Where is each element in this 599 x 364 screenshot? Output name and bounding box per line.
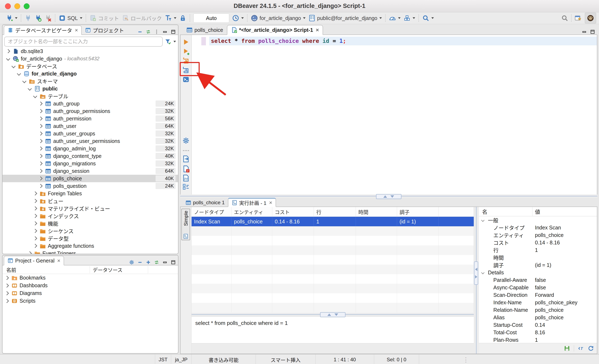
parameters-icon[interactable]: {x} (182, 174, 190, 182)
tree-row[interactable]: スキーマ (2, 77, 178, 85)
chevron-down-icon[interactable] (17, 71, 21, 76)
chevron-right-icon[interactable] (6, 49, 10, 53)
tree-row[interactable]: 機能 (2, 220, 178, 227)
tree-row[interactable]: django_migrations32K (2, 160, 178, 167)
project-row[interactable]: Diagrams (2, 289, 178, 297)
column-value[interactable]: 値 (532, 208, 597, 215)
refresh-icon[interactable] (588, 345, 594, 352)
arrow-up-icon[interactable] (327, 313, 331, 316)
minimize-view-icon[interactable] (162, 29, 168, 35)
chevron-right-icon[interactable] (5, 291, 9, 295)
column-name[interactable]: 名前 (2, 266, 90, 273)
chevron-down-icon[interactable] (33, 94, 37, 98)
minimize-view-icon[interactable] (162, 260, 168, 265)
splitter-handle[interactable] (320, 312, 345, 317)
property-row[interactable]: Index-Namepolls_choice_pkey (479, 299, 597, 306)
property-row[interactable]: エンティティpolls_choice (479, 231, 597, 239)
view-menu-icon[interactable] (154, 29, 159, 35)
object-filter-input[interactable] (4, 37, 163, 47)
chevron-down-icon[interactable] (6, 57, 10, 61)
arrow-left-icon[interactable] (475, 268, 477, 271)
transaction-lock-button[interactable] (179, 15, 186, 22)
tab-project-general[interactable]: Project - General × (4, 256, 64, 266)
arrow-up-icon[interactable] (383, 195, 387, 198)
tab-execution-plan[interactable]: 実行計画 - 1 × (228, 198, 276, 207)
arrow-down-icon[interactable] (335, 313, 338, 316)
plan-column-header[interactable]: 行 (314, 207, 356, 217)
simple-view-tab[interactable]: Simple (181, 209, 190, 240)
tree-row[interactable]: データベース (2, 62, 178, 70)
script-error-icon[interactable]: ! (182, 165, 190, 173)
tree-row[interactable]: auth_user_groups32K (2, 130, 178, 137)
gear-icon[interactable] (129, 260, 134, 265)
tree-row[interactable]: auth_group24K (2, 100, 178, 107)
chevron-right-icon[interactable] (38, 109, 43, 113)
chevron-right-icon[interactable] (38, 184, 43, 188)
tree-row[interactable]: polls_question24K (2, 182, 178, 190)
chevron-down-icon[interactable] (28, 87, 32, 91)
dashboard-button[interactable] (389, 15, 401, 22)
chevron-right-icon[interactable] (28, 251, 32, 254)
reconnect-button[interactable] (35, 15, 42, 22)
plan-column-header[interactable]: エンティティ (231, 207, 272, 217)
sql-code-area[interactable]: select * from polls_choice where id = 1; (192, 35, 597, 195)
chevron-right-icon[interactable] (33, 236, 37, 240)
chevron-right-icon[interactable] (33, 199, 37, 203)
filter-funnel-icon[interactable] (164, 38, 171, 45)
chevron-right-icon[interactable] (33, 214, 37, 218)
property-row[interactable]: Async-Capablefalse (479, 284, 597, 291)
property-row[interactable]: 調子(id = 1) (479, 261, 597, 269)
plan-column-header[interactable]: 調子 (397, 207, 439, 217)
tree-row[interactable]: auth_group_permissions32K (2, 107, 178, 115)
search-metadata-button[interactable] (422, 15, 434, 22)
tree-row[interactable]: シーケンス (2, 227, 178, 235)
gear-icon[interactable] (182, 137, 190, 144)
execute-script-icon[interactable] (182, 57, 190, 64)
property-row[interactable]: ノードタイプIndex Scan (479, 224, 597, 231)
chevron-right-icon[interactable] (38, 101, 43, 106)
chevron-right-icon[interactable] (33, 191, 37, 195)
export-result-icon[interactable] (182, 155, 190, 163)
expand-all-icon[interactable] (146, 260, 151, 265)
collapse-all-icon[interactable] (137, 29, 143, 35)
commit-mode-combo[interactable]: Auto (194, 14, 229, 23)
chevron-right-icon[interactable] (38, 139, 43, 143)
property-row[interactable]: 時間 (479, 254, 597, 261)
tab-polls-choice-editor[interactable]: polls_choice (183, 25, 227, 35)
status-caret-position[interactable]: 1 : 41 : 40 (315, 355, 374, 364)
link-with-editor-icon[interactable] (154, 260, 159, 265)
property-row[interactable]: Total-Cost8.16 (479, 329, 597, 336)
chevron-right-icon[interactable] (38, 116, 43, 121)
disconnect-button[interactable] (44, 15, 52, 22)
project-row[interactable]: Dashboards (2, 282, 178, 289)
splitter-handle[interactable] (376, 194, 401, 199)
splitter-handle[interactable] (474, 261, 478, 285)
tree-row[interactable]: django_content_type40K (2, 152, 178, 160)
property-row[interactable]: コスト0.14 - 8.16 (479, 239, 597, 246)
transaction-log-button[interactable] (232, 15, 244, 22)
sql-statement-line[interactable]: select * from polls_choice where id = 1; (209, 37, 597, 45)
profile-button[interactable] (585, 13, 596, 24)
editor-results-splitter[interactable] (180, 195, 597, 198)
tab-database-navigator[interactable]: データベースナビゲータ × (4, 25, 82, 35)
chevron-right-icon[interactable] (33, 244, 37, 248)
more-actions-icon[interactable] (182, 147, 190, 154)
active-schema-selector[interactable]: public@for_article_django (308, 15, 382, 22)
plan-properties-splitter[interactable] (474, 207, 479, 354)
open-perspective-button[interactable] (574, 15, 581, 22)
tree-row[interactable]: Aggregate functions (2, 242, 178, 250)
property-row[interactable]: Aliaspolls_choice (479, 314, 597, 321)
statusbar-drag-handle[interactable]: ⋮ (463, 356, 469, 363)
outline-icon[interactable] (182, 183, 190, 191)
tree-row[interactable]: データ型 (2, 235, 178, 242)
chevron-right-icon[interactable] (38, 161, 43, 166)
new-connection-button[interactable] (6, 15, 18, 22)
execute-new-tab-icon[interactable] (182, 48, 190, 55)
chevron-right-icon[interactable] (38, 154, 43, 158)
chevron-right-icon[interactable] (5, 284, 9, 288)
tree-row[interactable]: public (2, 85, 178, 92)
tab-result-set[interactable]: polls_choice 1 (182, 199, 228, 206)
tree-row[interactable]: for_article_django (2, 70, 178, 77)
tree-row[interactable]: polls_choice40K (2, 175, 178, 182)
active-connection-selector[interactable]: for_article_django (251, 15, 306, 22)
